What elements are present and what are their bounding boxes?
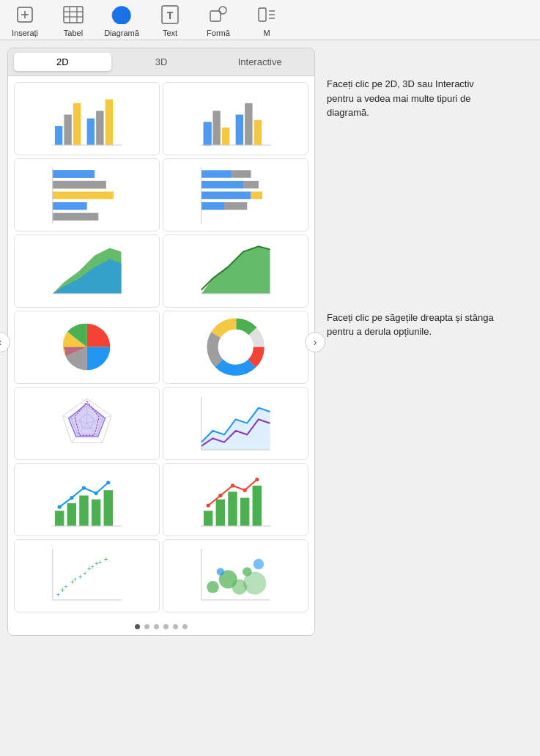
chart-bar-grouped-2[interactable] (163, 82, 308, 155)
insert-icon (13, 3, 37, 26)
tab-3d[interactable]: 3D (113, 53, 210, 71)
page-dots (8, 618, 314, 635)
svg-text:+: + (83, 570, 86, 577)
chart-line[interactable] (163, 387, 308, 460)
svg-rect-33 (53, 171, 95, 178)
more-icon (255, 3, 278, 26)
svg-rect-18 (64, 115, 71, 146)
page-dot-3[interactable] (154, 624, 159, 629)
svg-rect-46 (201, 202, 224, 210)
svg-point-115 (216, 568, 223, 576)
svg-rect-74 (55, 511, 64, 527)
page-dot-2[interactable] (144, 624, 149, 629)
svg-rect-24 (204, 122, 211, 145)
main-container: ‹ 2D 3D Interactive (0, 40, 540, 643)
svg-rect-36 (53, 192, 114, 199)
svg-marker-69 (69, 404, 106, 437)
toolbar-more[interactable]: M (249, 3, 284, 37)
svg-rect-77 (92, 500, 100, 526)
chart-bubble[interactable] (163, 539, 308, 612)
tab-bar: 2D 3D Interactive (8, 48, 314, 76)
tab-2d[interactable]: 2D (14, 53, 111, 71)
svg-point-12 (219, 7, 226, 14)
tab-interactive[interactable]: Interactive (211, 53, 308, 71)
toolbar-text[interactable]: T Text (152, 3, 188, 37)
page-dot-4[interactable] (163, 624, 169, 629)
chart-bar-line-combo[interactable] (14, 463, 160, 536)
toolbar-insert[interactable]: Inserați (7, 3, 42, 37)
scroll-right-button[interactable]: › (305, 332, 325, 352)
chart-scatter[interactable]: + + + + + + + + + + + + (14, 539, 160, 612)
svg-text:+: + (78, 573, 82, 581)
chart-bar-line-combo-2[interactable] (163, 463, 308, 536)
toolbar-table[interactable]: Tabel (56, 3, 91, 37)
svg-marker-71 (201, 408, 270, 450)
svg-rect-37 (53, 202, 87, 210)
chart-area[interactable] (14, 234, 160, 308)
text-label: Text (163, 29, 177, 37)
svg-point-116 (253, 559, 264, 570)
svg-rect-75 (67, 503, 75, 526)
chart-area-2[interactable] (163, 234, 308, 308)
svg-rect-76 (79, 496, 88, 527)
more-label: M (263, 29, 270, 37)
chart-label: Diagramă (104, 29, 139, 37)
svg-rect-17 (55, 126, 62, 145)
page-dot-1[interactable] (135, 624, 140, 629)
svg-text:T: T (167, 10, 174, 21)
svg-point-94 (255, 478, 259, 481)
svg-point-110 (207, 581, 219, 593)
page-dot-5[interactable] (173, 624, 178, 629)
svg-rect-89 (252, 486, 261, 526)
svg-marker-52 (201, 247, 270, 294)
svg-rect-88 (240, 498, 249, 527)
svg-point-90 (206, 504, 210, 508)
svg-text:+: + (64, 584, 67, 591)
svg-rect-29 (254, 120, 261, 145)
chart-pie[interactable] (14, 311, 160, 384)
toolbar-chart[interactable]: Diagramă (104, 3, 139, 37)
table-label: Tabel (64, 29, 83, 37)
svg-rect-35 (53, 181, 106, 188)
chart-icon (110, 3, 133, 26)
page-dot-6[interactable] (182, 624, 188, 629)
chart-radar[interactable] (14, 387, 160, 460)
svg-rect-43 (243, 181, 259, 188)
svg-rect-11 (210, 11, 221, 21)
right-arrow-icon: › (314, 336, 317, 348)
svg-point-81 (82, 486, 86, 490)
text-icon: T (158, 3, 182, 26)
chart-bar-grouped[interactable] (14, 82, 160, 155)
svg-point-79 (57, 505, 61, 509)
svg-rect-87 (228, 492, 237, 527)
svg-point-93 (243, 489, 246, 492)
toolbar: Inserați Tabel Diagramă (0, 0, 540, 40)
chart-bar-horizontal-2[interactable] (163, 158, 308, 231)
svg-text:+: + (98, 559, 102, 566)
svg-point-83 (106, 481, 110, 484)
svg-rect-38 (53, 213, 98, 220)
svg-rect-21 (96, 111, 103, 146)
svg-rect-47 (224, 202, 247, 210)
panel-wrapper: ‹ 2D 3D Interactive (0, 40, 315, 643)
svg-rect-3 (64, 7, 83, 23)
annotation-top: Faceți clic pe 2D, 3D sau Interactiv pen… (327, 77, 503, 120)
svg-text:+: + (56, 591, 60, 598)
svg-rect-78 (103, 490, 112, 526)
chart-bar-horizontal[interactable] (14, 158, 160, 231)
chart-panel: 2D 3D Interactive (7, 48, 315, 636)
svg-rect-42 (201, 181, 243, 188)
annotation-mid: Faceți clic pe săgețile dreapta și stâng… (327, 311, 503, 339)
shape-label: Formă (207, 29, 230, 37)
svg-rect-13 (259, 8, 266, 21)
toolbar-shape[interactable]: Formă (201, 3, 236, 37)
svg-text:+: + (103, 555, 108, 563)
svg-point-82 (94, 492, 97, 495)
svg-rect-22 (105, 100, 112, 145)
left-arrow-icon: ‹ (0, 336, 1, 348)
svg-rect-86 (215, 500, 224, 526)
svg-rect-85 (204, 511, 212, 527)
chart-donut[interactable] (163, 311, 308, 384)
svg-rect-45 (251, 192, 262, 199)
svg-rect-27 (235, 115, 243, 146)
